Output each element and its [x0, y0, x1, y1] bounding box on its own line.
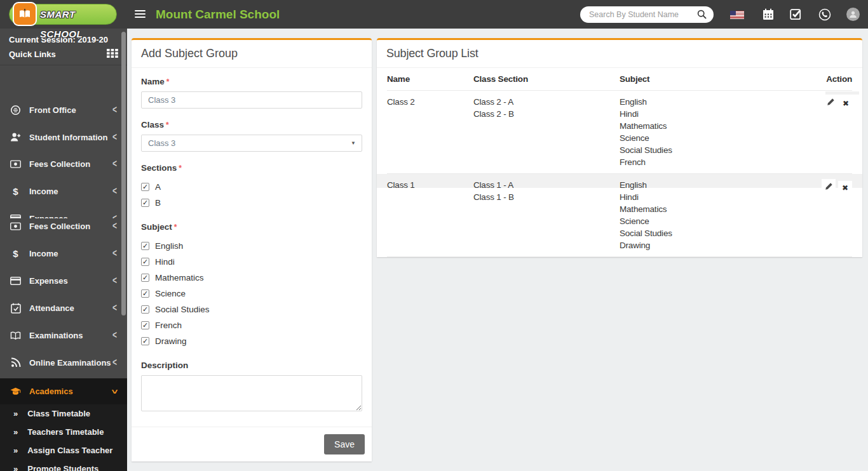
- section-checkbox-a[interactable]: ✓ A: [141, 179, 362, 195]
- quick-links-grid-icon[interactable]: [107, 49, 118, 60]
- chevron-left-icon: <: [112, 220, 117, 232]
- clipped-expenses-row: Expenses <: [0, 211, 127, 218]
- sidebar-item-attendance[interactable]: Attendance <: [0, 300, 127, 315]
- subject-group-list-card: Subject Group List Name Class Section Su…: [377, 38, 862, 257]
- chevron-left-icon: <: [112, 158, 117, 170]
- section-checkbox-b[interactable]: ✓ B: [141, 195, 362, 211]
- checkbox-checked-icon[interactable]: ✓: [141, 199, 149, 207]
- name-input[interactable]: [141, 91, 362, 109]
- form-card-title: Add Subject Group: [132, 40, 372, 68]
- sidebar-item-expenses[interactable]: Expenses <: [0, 273, 127, 288]
- search-input[interactable]: [589, 7, 688, 22]
- subject-checkbox-drawing[interactable]: ✓ Drawing: [141, 333, 362, 349]
- edit-pencil-icon[interactable]: [824, 96, 837, 108]
- chevron-left-icon: <: [112, 329, 117, 342]
- checkbox-checked-icon[interactable]: ✓: [141, 337, 149, 345]
- calendar-check-icon: [10, 303, 21, 314]
- sidebar-item-label: Income: [29, 187, 58, 196]
- sidebar-item-label: Front Office: [29, 105, 76, 115]
- broadcast-icon: [10, 357, 21, 368]
- double-arrow-icon: »: [13, 446, 18, 455]
- column-header-name[interactable]: Name: [387, 74, 473, 84]
- dollar-icon: $: [10, 186, 21, 197]
- checkbox-checked-icon[interactable]: ✓: [141, 242, 149, 250]
- cell-class-sections: Class 2 - A Class 2 - B: [473, 96, 620, 168]
- subject-checkbox-french[interactable]: ✓ French: [141, 317, 362, 333]
- chevron-left-icon: <: [112, 302, 117, 314]
- chevron-left-icon: <: [112, 104, 117, 116]
- whatsapp-icon[interactable]: [818, 8, 831, 23]
- checkbox-checked-icon[interactable]: ✓: [141, 274, 149, 282]
- sidebar-item-fees-collection-2[interactable]: Fees Collection <: [0, 218, 127, 234]
- sidebar: Current Session: 2019-20 Quick Links Fro…: [0, 29, 127, 471]
- sidebar-item-fees-collection[interactable]: Fees Collection <: [0, 156, 127, 171]
- required-asterisk: *: [179, 164, 182, 173]
- save-button[interactable]: Save: [324, 434, 365, 454]
- sidebar-item-student-information[interactable]: Student Information <: [0, 129, 127, 145]
- submenu-label: Promote Students: [27, 464, 98, 471]
- sidebar-item-label: Online Examinations: [29, 358, 111, 368]
- submenu-item-promote-students[interactable]: » Promote Students: [0, 460, 127, 471]
- search-icon[interactable]: [697, 10, 707, 22]
- description-textarea[interactable]: [141, 375, 362, 411]
- user-avatar[interactable]: [846, 8, 860, 21]
- submenu-item-class-timetable[interactable]: » Class Timetable: [0, 404, 127, 423]
- sidebar-item-label: Attendance: [29, 303, 74, 313]
- column-header-class-section[interactable]: Class Section: [473, 74, 620, 84]
- double-arrow-icon: »: [13, 409, 18, 418]
- delete-x-icon[interactable]: ✖: [838, 181, 852, 195]
- column-header-subject[interactable]: Subject: [620, 74, 813, 84]
- subject-checkbox-science[interactable]: ✓ Science: [141, 286, 362, 302]
- sidebar-item-label: Fees Collection: [29, 159, 90, 169]
- delete-x-icon[interactable]: ✖: [839, 98, 852, 110]
- class-select-value: Class 3: [148, 138, 175, 148]
- subject-label: Subject*: [141, 222, 362, 232]
- row-highlight-sliver: [825, 91, 859, 95]
- sidebar-item-label: Academics: [29, 387, 73, 396]
- sidebar-item-academics[interactable]: Academics <: [0, 378, 127, 404]
- calendar-icon[interactable]: [763, 8, 774, 23]
- app-logo[interactable]: SMART SCHOOL: [9, 4, 117, 25]
- submenu-label: Class Timetable: [27, 409, 90, 418]
- sidebar-item-online-examinations[interactable]: Online Examinations <: [0, 355, 127, 370]
- checkbox-checked-icon[interactable]: ✓: [141, 183, 149, 191]
- sidebar-item-income-2[interactable]: $ Income <: [0, 246, 127, 261]
- checkbox-checked-icon[interactable]: ✓: [141, 258, 149, 266]
- cell-name: Class 1: [387, 179, 473, 251]
- sidebar-item-expenses-clipped[interactable]: Expenses <: [0, 211, 127, 218]
- card-icon: [10, 277, 21, 285]
- class-select[interactable]: Class 3 ▼: [141, 135, 362, 152]
- subject-checkbox-english[interactable]: ✓ English: [141, 238, 362, 254]
- checkbox-checked-icon[interactable]: ✓: [141, 289, 149, 298]
- money-icon: [10, 222, 21, 230]
- table-header-row: Name Class Section Subject Action: [387, 68, 852, 91]
- table-row: Class 1 Class 1 - A Class 1 - B English …: [387, 174, 852, 257]
- sidebar-item-income[interactable]: $ Income <: [0, 183, 127, 199]
- subject-checkbox-social-studies[interactable]: ✓ Social Studies: [141, 302, 362, 317]
- hamburger-menu-icon[interactable]: [135, 10, 146, 20]
- sidebar-scrollbar-thumb[interactable]: [121, 32, 126, 315]
- checkbox-checked-icon[interactable]: ✓: [141, 321, 149, 329]
- sidebar-item-examinations[interactable]: Examinations <: [0, 328, 127, 343]
- required-asterisk: *: [166, 121, 169, 129]
- sidebar-item-label: Student Information: [29, 133, 108, 142]
- sidebar-item-label: Examinations: [29, 331, 83, 340]
- sidebar-item-front-office[interactable]: Front Office <: [0, 102, 127, 117]
- checkbox-checked-icon[interactable]: ✓: [141, 305, 149, 314]
- submenu-item-teachers-timetable[interactable]: » Teachers Timetable: [0, 423, 127, 441]
- subject-checkbox-mathematics[interactable]: ✓ Mathematics: [141, 270, 362, 286]
- student-info-icon: [10, 132, 21, 142]
- todo-check-icon[interactable]: [790, 8, 802, 23]
- chevron-left-icon: <: [112, 357, 117, 369]
- edit-pencil-icon[interactable]: [822, 179, 836, 193]
- language-flag-icon[interactable]: [730, 11, 744, 19]
- cell-name: Class 2: [387, 96, 473, 168]
- chevron-left-icon: <: [112, 248, 117, 260]
- logo-text: SMART SCHOOL: [40, 4, 116, 44]
- name-label: Name*: [141, 77, 362, 86]
- subject-checkbox-hindi[interactable]: ✓ Hindi: [141, 254, 362, 270]
- academics-submenu: » Class Timetable » Teachers Timetable »…: [0, 404, 127, 471]
- submenu-item-assign-class-teacher[interactable]: » Assign Class Teacher: [0, 441, 127, 460]
- description-label: Description: [141, 361, 362, 370]
- list-card-title: Subject Group List: [377, 40, 862, 68]
